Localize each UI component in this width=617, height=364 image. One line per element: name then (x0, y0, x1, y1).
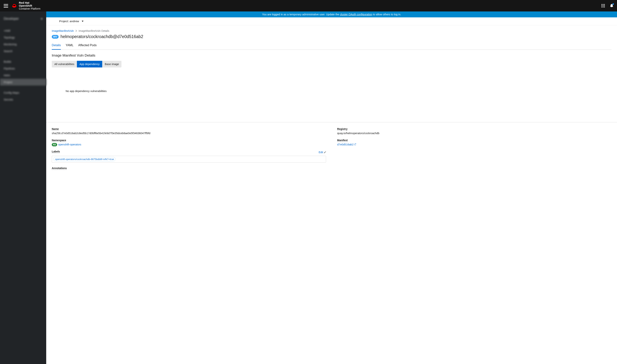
field-value-registry: quay.io/helmoperators/cockroachdb (337, 132, 611, 135)
section-title: Image Manifest Vuln Details (52, 53, 611, 57)
tabs: Details YAML Affected Pods (52, 42, 611, 50)
field-label-namespace: Namespace (52, 139, 66, 142)
notification-dot (612, 3, 614, 5)
svg-point-0 (13, 5, 15, 6)
redhat-fedora-icon (12, 4, 17, 8)
svg-rect-2 (603, 4, 604, 5)
sidebar-item[interactable]: Config Maps (0, 89, 46, 96)
field-label-manifest: Manifest (337, 139, 348, 142)
notifications-button[interactable] (610, 4, 613, 8)
edit-labels-button[interactable]: Edit (319, 151, 326, 154)
breadcrumb: ImageManifestVuln ImageManifestVuln Deta… (52, 29, 611, 32)
labels-container: openshift-operators/cockroachdb-6675bdb8… (52, 156, 326, 163)
sidebar-item[interactable]: Secrets (0, 96, 46, 103)
namespace-badge: NS (52, 143, 57, 146)
sidebar-item[interactable]: +Add (0, 27, 46, 34)
page-title: helmoperators/cockroachdb@d7e0d516ab2 (60, 34, 143, 39)
hamburger-menu-button[interactable] (4, 3, 8, 8)
sidebar-item[interactable]: Helm (0, 72, 46, 79)
filter-base-image[interactable]: Base image (102, 61, 122, 67)
svg-rect-5 (603, 5, 604, 6)
sidebar-nav: Developer▾ +Add Topology Monitoring Sear… (0, 12, 46, 364)
svg-rect-6 (604, 5, 605, 6)
details-grid: Name sha256.d7e0d516ab2c8ed5b17d0bff6e5b… (52, 128, 611, 171)
svg-rect-9 (604, 7, 605, 7)
svg-rect-8 (603, 7, 604, 7)
manifest-link[interactable]: d7e0d516ab2 (337, 143, 356, 146)
sidebar-item[interactable]: Builds (0, 58, 46, 65)
app-launcher-icon[interactable] (602, 4, 605, 7)
svg-rect-4 (602, 5, 602, 6)
field-label-annotations: Annotations (52, 167, 67, 170)
svg-rect-3 (604, 4, 605, 5)
sidebar-item[interactable]: Project (0, 79, 46, 86)
sidebar-item[interactable]: Search (0, 48, 46, 54)
sidebar-item[interactable]: Monitoring (0, 41, 46, 48)
pencil-icon (324, 151, 326, 153)
sidebar-item[interactable]: Pipelines (0, 65, 46, 72)
breadcrumb-current: ImageManifestVuln Details (79, 29, 109, 32)
brand-logo[interactable]: Red Hat OpenShift Container Platform (12, 1, 40, 10)
tab-affected-pods[interactable]: Affected Pods (78, 42, 96, 50)
oauth-config-link[interactable]: cluster OAuth configuration (340, 13, 372, 16)
svg-rect-1 (602, 4, 602, 5)
tab-details[interactable]: Details (52, 42, 61, 50)
caret-down-icon (82, 21, 84, 22)
sidebar-item[interactable]: Topology (0, 34, 46, 41)
section-divider (46, 122, 617, 122)
label-chip[interactable]: openshift-operators/cockroachdb-6675bdb8… (53, 157, 116, 161)
breadcrumb-root-link[interactable]: ImageManifestVuln (52, 29, 74, 32)
vuln-filter-group: All vulnerabilities App dependency Base … (52, 61, 121, 67)
field-value-name: sha256.d7e0d516ab2c8ed5b17d0bff6e5b41fe9… (52, 132, 326, 135)
field-label-registry: Registry (337, 128, 347, 131)
filter-all-vulnerabilities[interactable]: All vulnerabilities (52, 61, 77, 67)
main-content: You are logged in as a temporary adminis… (46, 12, 617, 364)
brand-text: Red Hat OpenShift Container Platform (19, 1, 40, 10)
svg-rect-7 (602, 7, 602, 7)
masthead: Red Hat OpenShift Container Platform (0, 0, 617, 12)
perspective-switcher[interactable]: Developer▾ (0, 14, 46, 24)
filter-app-dependency[interactable]: App dependency (77, 61, 102, 67)
tab-yaml[interactable]: YAML (66, 42, 73, 50)
resource-badge: IMV (52, 35, 59, 39)
external-link-icon (354, 143, 356, 145)
field-label-labels: Labels (52, 150, 60, 153)
chevron-right-icon (76, 30, 77, 32)
project-selector[interactable]: Project: andrew (46, 17, 617, 25)
field-label-name: Name (52, 128, 59, 131)
empty-state-message: No app dependency vulnerabilities (52, 67, 611, 122)
warning-banner: You are logged in as a temporary adminis… (46, 12, 617, 17)
namespace-link[interactable]: openshift-operators (58, 143, 81, 146)
